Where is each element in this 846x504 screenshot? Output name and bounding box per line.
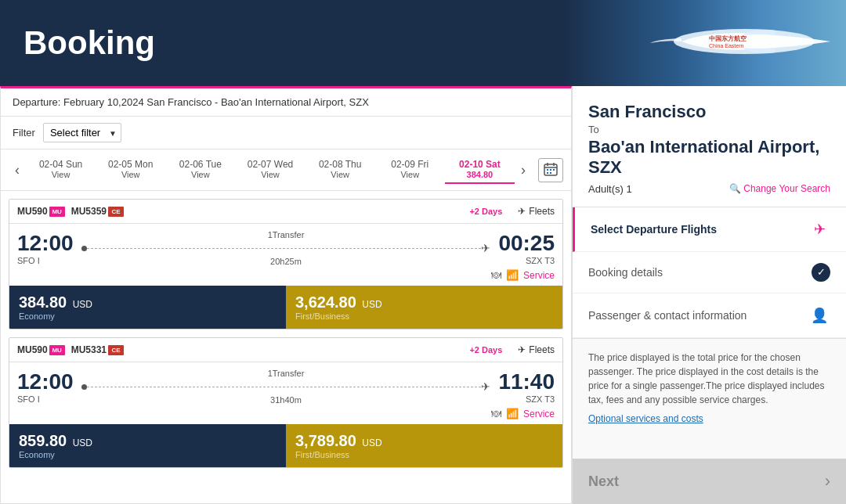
flight-2-dep-time: 12:00 [17, 369, 74, 394]
flight-card-2-header: MU590 MU MU5331 CE +2 Days ✈ Fleets [9, 338, 562, 362]
departure-info: Departure: February 10,2024 San Francisc… [1, 88, 571, 117]
flight-2-numbers: MU590 MU MU5331 CE [17, 344, 469, 355]
route-adults-row: Adult(s) 1 🔍 Change Your Search [588, 183, 830, 195]
filter-row: Filter Select filter [1, 117, 571, 149]
filter-label: Filter [13, 127, 35, 139]
flight-1-route-line: ✈ [81, 242, 491, 254]
flight-1-plus-days: +2 Days [469, 207, 502, 216]
plane-small-icon-2: ✈ [518, 344, 526, 355]
date-tab-3[interactable]: 02-07 WedView [235, 156, 305, 184]
flight-2-route: 1Transfer ✈ 31h40m [74, 369, 499, 405]
date-tab-2[interactable]: 02-06 TueView [165, 156, 235, 184]
left-panel: Departure: February 10,2024 San Francisc… [0, 86, 572, 504]
flight-1-arrival: 00:25 SZX T3 [498, 231, 555, 265]
flight-2-duration: 31h40m [270, 395, 302, 405]
meal-icon-2: 🍽 [491, 408, 501, 419]
price-note: The price displayed is the total price f… [573, 339, 846, 459]
flight-2-num-1: MU590 MU [17, 344, 65, 355]
flight-1-numbers: MU590 MU MU5359 CE [17, 206, 469, 217]
route-dot-left [81, 246, 87, 251]
flight-2-main: 12:00 SFO I 1Transfer ✈ 31h40m 11:40 SZX… [9, 362, 562, 408]
filter-select-wrapper: Select filter [43, 123, 121, 142]
step-booking-details: Booking details ✓ [573, 252, 846, 293]
flight-1-route: 1Transfer ✈ 20h25m [74, 230, 499, 266]
flight-2-services: 🍽 📶 Service [9, 408, 562, 424]
flight-2-departure: 12:00 SFO I [17, 369, 74, 404]
flight-1-fleets-button[interactable]: ✈ Fleets [518, 206, 555, 217]
route-plane-icon-2: ✈ [481, 380, 490, 393]
next-button-label: Next [588, 473, 619, 490]
flight-1-business-price[interactable]: 3,624.80 USD First/Business [286, 286, 562, 329]
svg-rect-12 [550, 172, 551, 174]
date-nav: ‹ 02-04 SunView 02-05 MonView 02-06 TueV… [1, 149, 571, 191]
flight-1-service-link[interactable]: Service [523, 270, 555, 281]
steps-panel: Select Departure Flights ✈ Booking detai… [573, 207, 846, 339]
flight-2-num-2: MU5331 CE [71, 344, 124, 355]
date-tab-6[interactable]: 02-10 Sat384.80 [445, 156, 515, 184]
wifi-icon: 📶 [506, 269, 519, 281]
header-plane-image: 中国东方航空 China Eastern [564, 0, 846, 86]
step-booking-label: Booking details [588, 266, 812, 279]
route-summary: San Francisco To Bao'an International Ai… [573, 86, 846, 207]
flight-1-price-row: 384.80 USD Economy 3,624.80 USD First/Bu… [9, 286, 562, 329]
change-search-button[interactable]: 🔍 Change Your Search [729, 183, 830, 194]
flight-2-service-link[interactable]: Service [523, 409, 555, 419]
flight-2-economy-price[interactable]: 859.80 USD Economy [9, 424, 286, 467]
step-passenger-icon: 👤 [808, 304, 830, 326]
flight-card-1-header: MU590 MU MU5359 CE +2 Days ✈ Fleets [9, 200, 562, 224]
flight-2-dep-airport: SFO I [17, 394, 74, 404]
date-tab-5[interactable]: 02-09 FriView [375, 156, 445, 184]
flight-1-dep-airport: SFO I [17, 256, 74, 265]
header: Booking 中国东方航空 China Eastern [0, 0, 846, 86]
route-dest: Bao'an International Airport, SZX [588, 137, 830, 178]
optional-services-link[interactable]: Optional services and costs [588, 412, 830, 426]
next-button[interactable]: Next › [573, 459, 846, 504]
airline-logo-mu1: MU [49, 207, 65, 217]
route-dot-left-2 [81, 384, 87, 390]
step-passenger-info: Passenger & contact information 👤 [573, 293, 846, 338]
flight-2-arr-airport: SZX T3 [498, 394, 555, 404]
flight-1-services: 🍽 📶 Service [9, 269, 562, 286]
svg-rect-11 [547, 172, 548, 174]
search-icon: 🔍 [729, 183, 741, 194]
flight-1-departure: 12:00 SFO I [17, 231, 74, 265]
flight-2-arrival: 11:40 SZX T3 [498, 369, 555, 404]
calendar-icon [544, 162, 558, 176]
date-tabs: 02-04 SunView 02-05 MonView 02-06 TueVie… [26, 156, 515, 184]
step-departure-icon: ✈ [808, 218, 830, 240]
airline-logo-ce1: CE [108, 207, 124, 217]
flight-1-economy-price[interactable]: 384.80 USD Economy [9, 286, 286, 329]
next-arrow-icon: › [825, 471, 830, 491]
flight-2-fleets-button[interactable]: ✈ Fleets [518, 344, 555, 355]
route-from: San Francisco [588, 102, 830, 122]
plane-small-icon: ✈ [518, 206, 526, 217]
flight-2-arr-time: 11:40 [498, 369, 555, 394]
flight-1-num-2: MU5359 CE [71, 206, 124, 217]
date-tab-4[interactable]: 02-08 ThuView [306, 156, 375, 184]
step-departure-flights: Select Departure Flights ✈ [573, 207, 846, 252]
route-to-label: To [588, 124, 830, 135]
flight-1-num-1: MU590 MU [17, 206, 65, 217]
flight-1-duration: 20h25m [270, 257, 302, 266]
wifi-icon-2: 📶 [506, 408, 519, 419]
flight-1-dep-time: 12:00 [17, 231, 74, 256]
filter-select[interactable]: Select filter [43, 123, 121, 142]
flight-2-route-line: ✈ [81, 380, 491, 393]
meal-icon: 🍽 [491, 269, 501, 281]
flight-card-2: MU590 MU MU5331 CE +2 Days ✈ Fleets [9, 337, 563, 468]
calendar-button[interactable] [538, 158, 563, 182]
page-title: Booking [24, 24, 155, 62]
flight-2-plus-days: +2 Days [469, 345, 502, 355]
flight-1-arr-time: 00:25 [498, 231, 555, 256]
date-next-button[interactable]: › [515, 162, 532, 178]
flight-card-1: MU590 MU MU5359 CE +2 Days ✈ Fleets [9, 199, 563, 329]
route-plane-icon: ✈ [481, 242, 490, 254]
date-prev-button[interactable]: ‹ [9, 162, 26, 178]
flight-2-business-price[interactable]: 3,789.80 USD First/Business [286, 424, 562, 467]
plane-illustration: 中国东方航空 China Eastern [588, 12, 838, 74]
step-passenger-label: Passenger & contact information [588, 309, 808, 322]
route-dash [87, 248, 482, 249]
airline-logo-ce2: CE [108, 345, 124, 355]
date-tab-0[interactable]: 02-04 SunView [26, 156, 96, 184]
date-tab-1[interactable]: 02-05 MonView [96, 156, 165, 184]
